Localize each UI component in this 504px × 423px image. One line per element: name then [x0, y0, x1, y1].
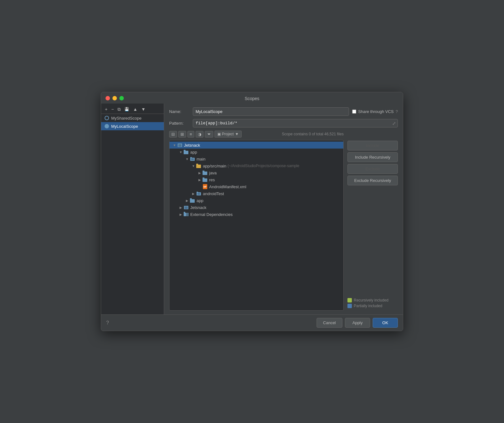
legend-recursively-label: Recursively included — [354, 298, 388, 302]
vcs-share-label: Share through VCS — [358, 109, 394, 114]
tree-label-external-deps: External Dependencies — [190, 212, 232, 217]
collapse-all-button[interactable]: ⊟ — [169, 131, 177, 138]
vcs-help-icon: ? — [396, 109, 398, 114]
tree-label-androidtest: androidTest — [203, 191, 224, 196]
tree-label-jetsnack-root: Jetsnack — [184, 143, 200, 148]
legend-blue-color — [347, 304, 352, 308]
tree-node-java[interactable]: ▶ java — [169, 169, 343, 176]
copy-scope-button[interactable]: ⧉ — [116, 106, 122, 112]
pattern-input[interactable] — [193, 119, 398, 127]
scope-view-label: Project — [222, 132, 234, 136]
toggle-java[interactable]: ▶ — [197, 170, 202, 175]
toggle-androidtest[interactable]: ▶ — [191, 191, 196, 196]
toggle-jetsnack-2[interactable]: ▶ — [178, 205, 183, 210]
pattern-label: Pattern: — [169, 121, 190, 126]
tree-label-main: main — [197, 157, 205, 161]
svg-rect-21 — [184, 213, 186, 216]
jetsnack-2-icon — [183, 205, 189, 210]
svg-rect-2 — [178, 144, 181, 147]
androidtest-icon — [196, 191, 202, 196]
tree-node-jetsnack-2[interactable]: ▶ Jetsnack — [169, 204, 343, 211]
move-up-button[interactable]: ▲ — [132, 106, 139, 112]
toggle-jetsnack-root[interactable]: ▼ — [172, 143, 177, 148]
svg-rect-10 — [203, 172, 207, 175]
flatten-packages-button[interactable]: ≡ — [187, 131, 194, 138]
remove-scope-button[interactable]: − — [110, 106, 115, 112]
svg-rect-23 — [184, 212, 185, 213]
tree-node-main[interactable]: ▼ main — [169, 155, 343, 162]
tree-label-app-2: app — [197, 198, 203, 203]
svg-rect-12 — [203, 178, 207, 182]
name-row: Name: Share through VCS ? — [169, 107, 398, 116]
toggle-main[interactable]: ▼ — [185, 156, 190, 161]
minimize-button[interactable] — [112, 96, 117, 100]
toggle-res[interactable]: ▶ — [197, 177, 202, 182]
exclude-button[interactable]: Exclude — [347, 164, 398, 174]
maximize-button[interactable] — [119, 96, 124, 100]
scopes-dialog: Scopes + − ⧉ 💾 ▲ ▼ MySharedScope — [101, 92, 403, 331]
tree-status-text: Scope contains 0 of total 46,521 files — [282, 132, 344, 136]
file-tree[interactable]: ▼ Jetsnack ▼ app — [169, 140, 344, 311]
main-content: Name: Share through VCS ? Pattern: ⤢ — [164, 104, 403, 314]
expand-pattern-button[interactable]: ⤢ — [392, 121, 396, 126]
res-icon — [202, 177, 208, 183]
legend-partially-included: Partially included — [347, 304, 398, 308]
legend-partially-label: Partially included — [354, 304, 382, 308]
scope-view-selector[interactable]: ▣ Project ▼ — [215, 131, 242, 138]
tree-label-jetsnack-2: Jetsnack — [190, 205, 206, 210]
svg-rect-16 — [198, 193, 200, 195]
exclude-recursively-button[interactable]: Exclude Recursively — [347, 176, 398, 185]
help-button[interactable]: ? — [106, 320, 109, 326]
tree-node-external-deps[interactable]: ▶ External Dependencies — [169, 211, 343, 218]
app-2-icon — [190, 198, 195, 203]
toggle-app-2[interactable]: ▶ — [185, 198, 190, 203]
tree-node-jetsnack-root[interactable]: ▼ Jetsnack — [169, 142, 343, 149]
androidmanifest-icon: MF — [202, 184, 208, 189]
tree-node-androidmanifest[interactable]: ▶ MF AndroidManifest.xml — [169, 183, 343, 190]
name-input[interactable] — [193, 107, 349, 116]
cancel-button[interactable]: Cancel — [317, 318, 342, 328]
toggle-external-deps[interactable]: ▶ — [178, 212, 183, 217]
tree-section: ⊟ ⊞ ≡ ◑ ⏷ ▣ Project ▼ Scope contains 0 o… — [169, 131, 344, 311]
sidebar-item-mysharedscope[interactable]: MySharedScope — [101, 114, 164, 122]
svg-rect-20 — [185, 206, 188, 209]
ok-button[interactable]: OK — [373, 318, 398, 328]
add-scope-button[interactable]: + — [104, 106, 109, 112]
sidebar-item-mylocalscope[interactable]: MyLocalScope — [101, 122, 164, 130]
apply-button[interactable]: Apply — [345, 318, 370, 328]
tree-node-app-1[interactable]: ▼ app — [169, 149, 343, 155]
sidebar-toolbar: + − ⧉ 💾 ▲ ▼ — [101, 105, 164, 114]
tree-node-androidtest[interactable]: ▶ androidTest — [169, 190, 343, 197]
bottom-bar: ? Cancel Apply OK — [101, 314, 403, 331]
scope-view-arrow: ▼ — [235, 132, 239, 136]
tree-node-app-2[interactable]: ▶ app — [169, 197, 343, 204]
svg-rect-7 — [191, 158, 194, 160]
include-button[interactable]: Include — [347, 141, 398, 150]
name-label: Name: — [169, 109, 190, 114]
svg-rect-15 — [197, 192, 198, 193]
toggle-app-1[interactable]: ▼ — [178, 149, 183, 155]
external-deps-icon — [183, 212, 189, 217]
svg-rect-11 — [203, 171, 204, 172]
tree-node-res[interactable]: ▶ res — [169, 176, 343, 183]
expand-all-button[interactable]: ⊞ — [178, 131, 186, 138]
svg-rect-17 — [190, 199, 195, 203]
action-buttons-panel: Include Include Recursively Exclude Excl… — [347, 131, 398, 311]
tree-area: ⊟ ⊞ ≡ ◑ ⏷ ▣ Project ▼ Scope contains 0 o… — [169, 131, 398, 311]
filter-button[interactable]: ⏷ — [205, 131, 213, 138]
app-1-icon — [183, 149, 189, 155]
title-bar: Scopes — [101, 92, 403, 104]
vcs-share-row: Share through VCS ? — [352, 109, 398, 114]
pattern-input-wrapper: ⤢ — [193, 119, 398, 127]
tree-node-app-src-main[interactable]: ▼ app/src/main (~/AndroidStudioProjects/… — [169, 162, 343, 169]
tree-label-app-1: app — [190, 150, 197, 155]
legend-recursively-included: Recursively included — [347, 298, 398, 302]
dialog-title: Scopes — [245, 96, 260, 101]
toggle-app-src-main[interactable]: ▼ — [191, 163, 196, 168]
vcs-share-checkbox[interactable] — [352, 110, 356, 114]
show-only-modified-button[interactable]: ◑ — [196, 131, 203, 138]
include-recursively-button[interactable]: Include Recursively — [347, 152, 398, 162]
close-button[interactable] — [106, 96, 110, 100]
move-down-button[interactable]: ▼ — [140, 106, 147, 112]
save-scope-button[interactable]: 💾 — [123, 106, 130, 112]
